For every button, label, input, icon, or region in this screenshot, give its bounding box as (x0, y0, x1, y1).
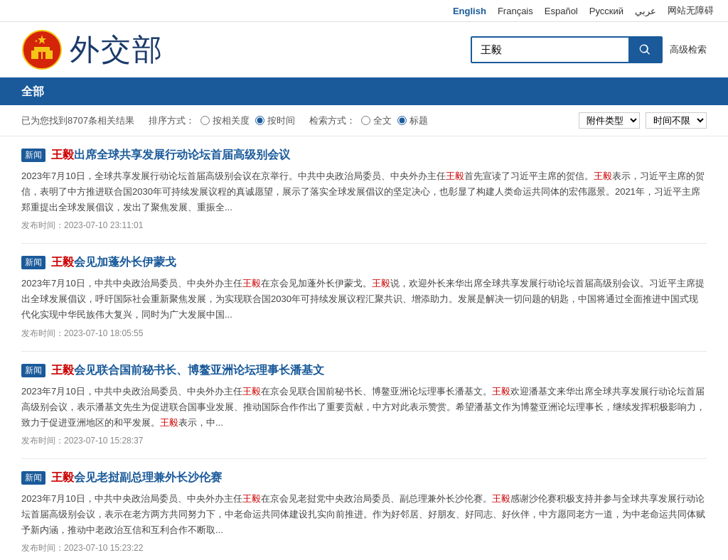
sort-time-radio[interactable] (255, 116, 264, 125)
search-fulltext[interactable]: 全文 (361, 114, 392, 127)
nav-bar: 全部 (0, 79, 728, 105)
search-title-radio[interactable] (397, 116, 407, 125)
advanced-search-link[interactable]: 高级检索 (670, 43, 707, 56)
svg-rect-3 (34, 47, 50, 51)
result-tag: 新闻 (21, 256, 46, 269)
national-emblem-icon (21, 29, 63, 70)
lang-espanol[interactable]: Español (545, 6, 578, 16)
search-title[interactable]: 标题 (397, 114, 428, 127)
attachment-type-select[interactable]: 附件类型 (579, 112, 640, 129)
sort-by-relevance[interactable]: 按相关度 (200, 114, 250, 127)
result-time: 发布时间：2023-07-10 23:11:01 (21, 220, 707, 232)
sort-group: 排序方式： 按相关度 按时间 (149, 114, 295, 127)
result-title-link[interactable]: 王毅会见老挝副总理兼外长沙伦赛 (51, 470, 222, 485)
svg-rect-5 (43, 52, 46, 59)
lang-russian[interactable]: Русский (589, 6, 623, 16)
search-input[interactable] (472, 38, 628, 62)
result-item: 新闻 王毅会见加蓬外长伊蒙戈 2023年7月10日，中共中央政治局委员、中央外办… (21, 244, 707, 351)
search-button[interactable] (628, 38, 661, 62)
sort-by-time[interactable]: 按时间 (255, 114, 295, 127)
result-tag: 新闻 (21, 471, 46, 485)
result-item: 新闻 王毅出席全球共享发展行动论坛首届高级别会议 2023年7月10日，全球共享… (21, 136, 707, 244)
result-description: 2023年7月10日，中共中央政治局委员、中央外办主任王毅在京会见加蓬外长伊蒙戈… (21, 276, 707, 323)
search-fulltext-radio[interactable] (361, 116, 370, 125)
sort-relevance-radio[interactable] (200, 116, 210, 125)
result-time: 发布时间：2023-07-10 15:23:22 (21, 542, 707, 554)
search-area: 高级检索 (471, 36, 707, 63)
logo-area: 外交部 (21, 29, 471, 70)
site-header: 外交部 高级检索 (0, 22, 728, 79)
site-logo-text: 外交部 (70, 30, 164, 70)
language-bar: English Français Español Русский عربي 网站… (0, 0, 728, 22)
results-bar: 已为您找到8707条相关结果 排序方式： 按相关度 按时间 检索方式： 全文 标… (0, 105, 728, 136)
lang-accessible[interactable]: 网站无障碍 (668, 4, 714, 17)
result-title-row: 新闻 王毅会见联合国前秘书长、博鳌亚洲论坛理事长潘基文 (21, 363, 707, 378)
search-type-label: 检索方式： (309, 114, 355, 127)
result-tag: 新闻 (21, 149, 46, 162)
search-type-group: 检索方式： 全文 标题 (309, 114, 428, 127)
result-title-row: 新闻 王毅会见老挝副总理兼外长沙伦赛 (21, 470, 707, 485)
result-item: 新闻 王毅会见老挝副总理兼外长沙伦赛 2023年7月10日，中共中央政治局委员、… (21, 459, 707, 560)
svg-rect-4 (38, 52, 41, 59)
result-title-link[interactable]: 王毅会见加蓬外长伊蒙戈 (51, 255, 176, 270)
results-list: 新闻 王毅出席全球共享发展行动论坛首届高级别会议 2023年7月10日，全球共享… (0, 136, 728, 560)
filter-group: 附件类型 时间不限 (579, 112, 707, 129)
search-box (471, 36, 663, 63)
result-time: 发布时间：2023-07-10 18:05:55 (21, 328, 707, 340)
nav-all-label[interactable]: 全部 (21, 85, 44, 97)
result-title-link[interactable]: 王毅出席全球共享发展行动论坛首届高级别会议 (51, 148, 290, 163)
result-description: 2023年7月10日，中共中央政治局委员、中央外办主任王毅在京会见老挝党中央政治… (21, 491, 707, 538)
search-icon (638, 43, 651, 56)
result-tag: 新闻 (21, 364, 46, 377)
result-title-row: 新闻 王毅出席全球共享发展行动论坛首届高级别会议 (21, 148, 707, 163)
result-title-link[interactable]: 王毅会见联合国前秘书长、博鳌亚洲论坛理事长潘基文 (51, 363, 324, 378)
result-description: 2023年7月10日，中共中央政治局委员、中央外办主任王毅在京会见联合国前秘书长… (21, 384, 707, 431)
result-time: 发布时间：2023-07-10 15:28:37 (21, 435, 707, 447)
result-title-row: 新闻 王毅会见加蓬外长伊蒙戈 (21, 255, 707, 270)
result-description: 2023年7月10日，全球共享发展行动论坛首届高级别会议在京举行。中共中央政治局… (21, 168, 707, 215)
results-count: 已为您找到8707条相关结果 (21, 114, 134, 127)
svg-rect-2 (31, 50, 53, 59)
lang-francais[interactable]: Français (498, 6, 533, 16)
time-filter-select[interactable]: 时间不限 (646, 112, 707, 129)
result-item: 新闻 王毅会见联合国前秘书长、博鳌亚洲论坛理事长潘基文 2023年7月10日，中… (21, 352, 707, 459)
lang-english[interactable]: English (453, 6, 486, 16)
lang-arabic[interactable]: عربي (635, 6, 656, 16)
sort-label: 排序方式： (149, 114, 195, 127)
